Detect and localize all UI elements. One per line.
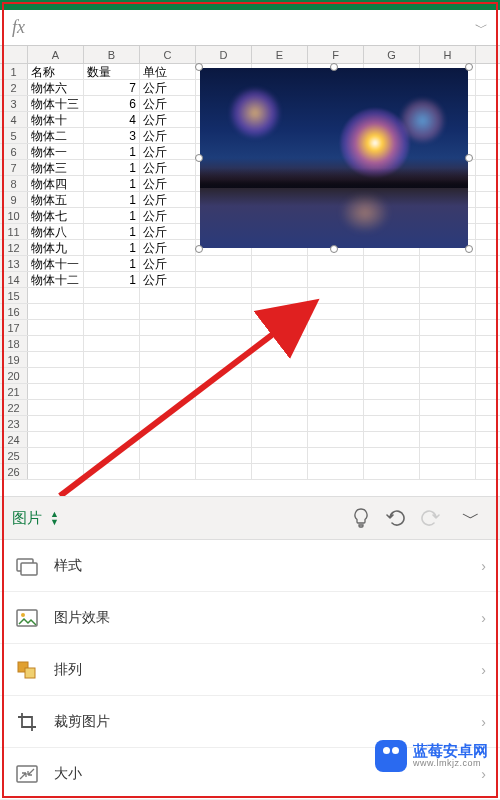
cell[interactable]: 4	[84, 112, 140, 127]
cell[interactable]: 公斤	[140, 128, 196, 143]
cell[interactable]	[420, 272, 476, 287]
cell[interactable]	[308, 336, 364, 351]
cell[interactable]: 6	[84, 96, 140, 111]
row-header[interactable]: 21	[0, 384, 28, 399]
cell[interactable]	[364, 272, 420, 287]
cell[interactable]	[84, 336, 140, 351]
cell[interactable]	[140, 336, 196, 351]
cell[interactable]	[420, 416, 476, 431]
row-header[interactable]: 25	[0, 448, 28, 463]
row-header[interactable]: 17	[0, 320, 28, 335]
formula-expand-icon[interactable]: ﹀	[469, 19, 494, 37]
cell[interactable]: 物体十三	[28, 96, 84, 111]
cell[interactable]: 物体三	[28, 160, 84, 175]
menu-item-styles[interactable]: 样式 ›	[0, 540, 500, 592]
cell[interactable]	[308, 320, 364, 335]
cell[interactable]	[308, 400, 364, 415]
col-header[interactable]: D	[196, 46, 252, 63]
cell[interactable]	[196, 352, 252, 367]
col-header[interactable]: C	[140, 46, 196, 63]
cell[interactable]: 数量	[84, 64, 140, 79]
cell[interactable]	[252, 288, 308, 303]
row-header[interactable]: 10	[0, 208, 28, 223]
cell[interactable]	[28, 400, 84, 415]
cell[interactable]: 公斤	[140, 192, 196, 207]
cell[interactable]: 1	[84, 224, 140, 239]
cell[interactable]	[364, 400, 420, 415]
cell[interactable]	[252, 464, 308, 479]
row-header[interactable]: 7	[0, 160, 28, 175]
row-header[interactable]: 14	[0, 272, 28, 287]
cell[interactable]	[140, 368, 196, 383]
cell[interactable]	[252, 320, 308, 335]
row-header[interactable]: 26	[0, 464, 28, 479]
cell[interactable]	[252, 352, 308, 367]
cell[interactable]: 1	[84, 240, 140, 255]
resize-handle[interactable]	[195, 245, 203, 253]
cell[interactable]	[420, 432, 476, 447]
table-row[interactable]: 20	[0, 368, 500, 384]
cell[interactable]: 公斤	[140, 256, 196, 271]
cell[interactable]	[308, 368, 364, 383]
cell[interactable]	[84, 368, 140, 383]
cell[interactable]: 1	[84, 192, 140, 207]
cell[interactable]	[28, 384, 84, 399]
cell[interactable]	[308, 304, 364, 319]
row-header[interactable]: 1	[0, 64, 28, 79]
cell[interactable]	[196, 304, 252, 319]
cell[interactable]	[420, 320, 476, 335]
cell[interactable]: 物体八	[28, 224, 84, 239]
cell[interactable]	[140, 288, 196, 303]
cell[interactable]: 7	[84, 80, 140, 95]
row-header[interactable]: 13	[0, 256, 28, 271]
cell[interactable]: 公斤	[140, 160, 196, 175]
row-header[interactable]: 18	[0, 336, 28, 351]
row-header[interactable]: 11	[0, 224, 28, 239]
table-row[interactable]: 14物体十二1公斤	[0, 272, 500, 288]
cell[interactable]: 名称	[28, 64, 84, 79]
cell[interactable]	[252, 336, 308, 351]
cell[interactable]	[364, 432, 420, 447]
cell[interactable]	[308, 256, 364, 271]
cell[interactable]	[196, 256, 252, 271]
cell[interactable]	[84, 304, 140, 319]
col-header[interactable]: A	[28, 46, 84, 63]
cell[interactable]	[84, 432, 140, 447]
resize-handle[interactable]	[195, 63, 203, 71]
cell[interactable]	[84, 464, 140, 479]
cell[interactable]	[420, 368, 476, 383]
cell[interactable]	[252, 256, 308, 271]
row-header[interactable]: 12	[0, 240, 28, 255]
cell[interactable]: 3	[84, 128, 140, 143]
menu-item-effects[interactable]: 图片效果 ›	[0, 592, 500, 644]
cell[interactable]: 公斤	[140, 272, 196, 287]
table-row[interactable]: 16	[0, 304, 500, 320]
row-header[interactable]: 22	[0, 400, 28, 415]
cell[interactable]	[196, 288, 252, 303]
select-all-corner[interactable]	[0, 46, 28, 63]
menu-item-arrange[interactable]: 排列 ›	[0, 644, 500, 696]
cell[interactable]	[252, 384, 308, 399]
formula-input[interactable]	[31, 14, 469, 42]
cell[interactable]	[364, 464, 420, 479]
cell[interactable]	[364, 416, 420, 431]
cell[interactable]	[364, 448, 420, 463]
cell[interactable]	[28, 432, 84, 447]
cell[interactable]	[308, 272, 364, 287]
cell[interactable]: 物体六	[28, 80, 84, 95]
cell[interactable]: 1	[84, 272, 140, 287]
cell[interactable]	[140, 304, 196, 319]
cell[interactable]: 物体二	[28, 128, 84, 143]
table-row[interactable]: 25	[0, 448, 500, 464]
col-header[interactable]: H	[420, 46, 476, 63]
cell[interactable]	[364, 368, 420, 383]
cell[interactable]	[28, 288, 84, 303]
cell[interactable]	[196, 400, 252, 415]
cell[interactable]	[308, 384, 364, 399]
cell[interactable]	[308, 352, 364, 367]
cell[interactable]	[308, 288, 364, 303]
cell[interactable]	[196, 272, 252, 287]
row-header[interactable]: 5	[0, 128, 28, 143]
cell[interactable]	[84, 448, 140, 463]
cell[interactable]: 公斤	[140, 176, 196, 191]
